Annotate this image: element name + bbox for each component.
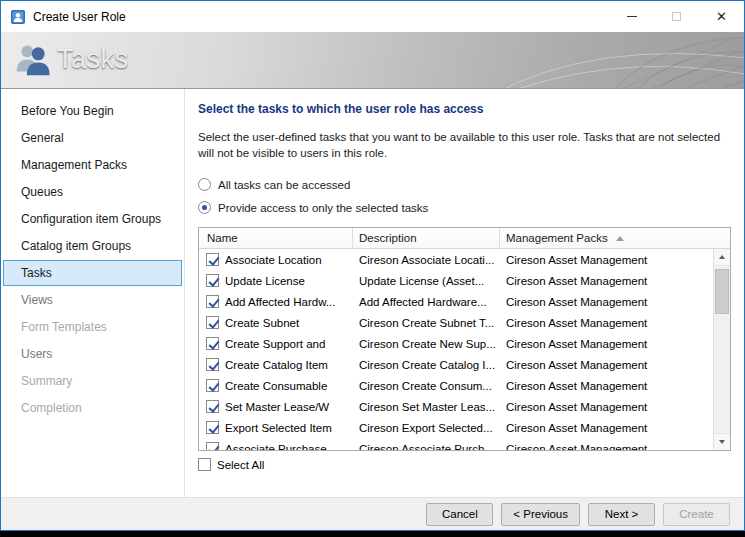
radio-button[interactable] xyxy=(198,201,211,214)
sidebar-item-queues[interactable]: Queues xyxy=(3,179,182,205)
column-header-description[interactable]: Description xyxy=(353,228,500,248)
table-row[interactable]: Set Master Lease/WCireson Set Master Lea… xyxy=(199,396,713,417)
row-checkbox[interactable] xyxy=(206,316,219,329)
row-checkbox[interactable] xyxy=(206,295,219,308)
sidebar-item-management-packs[interactable]: Management Packs xyxy=(3,152,182,178)
column-header-name[interactable]: Name xyxy=(199,228,353,248)
table-row[interactable]: Create ConsumableCireson Create Consum..… xyxy=(199,375,713,396)
sort-ascending-icon xyxy=(616,236,624,241)
table-row[interactable]: Add Affected Hardw...Add Affected Hardwa… xyxy=(199,291,713,312)
cell-management-pack: Cireson Asset Management xyxy=(500,401,713,413)
main-content: Select the tasks to which the user role … xyxy=(186,89,744,497)
cell-description: Update License (Asset... xyxy=(353,275,500,287)
cell-description: Cireson Create Subnet T... xyxy=(353,317,500,329)
cell-management-pack: Cireson Asset Management xyxy=(500,359,713,371)
cell-description: Add Affected Hardware... xyxy=(353,296,500,308)
cell-name: Create Consumable xyxy=(199,379,353,392)
cell-name: Create Catalog Item xyxy=(199,358,353,371)
create-button: Create xyxy=(663,503,730,526)
vertical-scrollbar[interactable] xyxy=(713,249,730,450)
task-name: Set Master Lease/W xyxy=(225,401,329,413)
sidebar-item-views: Views xyxy=(3,287,182,313)
column-header-management-packs[interactable]: Management Packs xyxy=(500,228,730,248)
task-table: Name Description Management Packs Associ… xyxy=(198,227,731,451)
table-row[interactable]: Create SubnetCireson Create Subnet T...C… xyxy=(199,312,713,333)
create-user-role-window: Create User Role ✕ xyxy=(0,0,745,531)
sidebar-item-catalog-item-groups[interactable]: Catalog item Groups xyxy=(3,233,182,259)
cell-management-pack: Cireson Asset Management xyxy=(500,380,713,392)
minimize-button[interactable] xyxy=(609,1,654,32)
table-row[interactable]: Export Selected ItemCireson Export Selec… xyxy=(199,417,713,438)
select-all-label: Select All xyxy=(217,459,264,471)
row-checkbox[interactable] xyxy=(206,358,219,371)
titlebar: Create User Role ✕ xyxy=(1,1,744,32)
table-row[interactable]: Associate Purchase...Cireson Associate P… xyxy=(199,438,713,450)
scroll-up-button[interactable] xyxy=(714,249,730,266)
task-name: Associate Purchase... xyxy=(225,443,336,451)
table-header: Name Description Management Packs xyxy=(199,228,730,249)
sidebar-item-general[interactable]: General xyxy=(3,125,182,151)
table-row[interactable]: Associate LocationCireson Associate Loca… xyxy=(199,249,713,270)
task-name: Create Support and xyxy=(225,338,325,350)
close-button[interactable]: ✕ xyxy=(699,1,744,32)
page-title: Tasks xyxy=(57,44,129,75)
wizard-banner: Tasks xyxy=(1,32,744,89)
maximize-button xyxy=(654,1,699,32)
cell-name: Set Master Lease/W xyxy=(199,400,353,413)
sidebar-item-before-you-begin[interactable]: Before You Begin xyxy=(3,98,182,124)
minimize-icon xyxy=(627,16,637,17)
footer: Cancel< PreviousNext >Create xyxy=(1,497,744,530)
cell-name: Associate Location xyxy=(199,253,353,266)
cell-name: Update License xyxy=(199,274,353,287)
row-checkbox[interactable] xyxy=(206,421,219,434)
sidebar-item-completion: Completion xyxy=(3,395,182,421)
sidebar-item-tasks[interactable]: Tasks xyxy=(3,260,182,286)
table-row[interactable]: Create Catalog ItemCireson Create Catalo… xyxy=(199,354,713,375)
previous-button[interactable]: < Previous xyxy=(501,503,580,526)
radio-label: Provide access to only the selected task… xyxy=(218,202,428,214)
task-name: Associate Location xyxy=(225,254,322,266)
cell-name: Associate Purchase... xyxy=(199,442,353,450)
cell-description: Cireson Create Catalog I... xyxy=(353,359,500,371)
cell-description: Cireson Export Selected... xyxy=(353,422,500,434)
column-header-label: Management Packs xyxy=(506,232,608,244)
cell-management-pack: Cireson Asset Management xyxy=(500,443,713,451)
globe-mesh-decoration xyxy=(484,32,744,89)
row-checkbox[interactable] xyxy=(206,379,219,392)
cell-management-pack: Cireson Asset Management xyxy=(500,254,713,266)
app-icon xyxy=(10,9,26,25)
sidebar-item-configuration-item-groups[interactable]: Configuration item Groups xyxy=(3,206,182,232)
cell-name: Create Subnet xyxy=(199,316,353,329)
task-name: Add Affected Hardw... xyxy=(225,296,335,308)
section-description: Select the user-defined tasks that you w… xyxy=(198,129,722,161)
cancel-button[interactable]: Cancel xyxy=(426,503,493,526)
radio-option-provide-access-to-only-the-selected-tasks[interactable]: Provide access to only the selected task… xyxy=(198,200,730,215)
task-name: Update License xyxy=(225,275,305,287)
row-checkbox[interactable] xyxy=(206,442,219,450)
task-name: Create Consumable xyxy=(225,380,327,392)
row-checkbox[interactable] xyxy=(206,274,219,287)
table-row[interactable]: Create Support andCireson Create New Sup… xyxy=(199,333,713,354)
radio-option-all-tasks-can-be-accessed[interactable]: All tasks can be accessed xyxy=(198,177,730,192)
table-row[interactable]: Update LicenseUpdate License (Asset...Ci… xyxy=(199,270,713,291)
select-all-checkbox[interactable] xyxy=(198,458,211,471)
cell-description: Cireson Associate Locati... xyxy=(353,254,500,266)
next-button[interactable]: Next > xyxy=(588,503,655,526)
row-checkbox[interactable] xyxy=(206,337,219,350)
select-all-row[interactable]: Select All xyxy=(198,458,730,471)
radio-button[interactable] xyxy=(198,178,211,191)
row-checkbox[interactable] xyxy=(206,253,219,266)
close-icon: ✕ xyxy=(716,10,727,23)
column-header-label: Description xyxy=(359,232,417,244)
sidebar-nav: Before You BeginGeneralManagement PacksQ… xyxy=(1,89,185,497)
row-checkbox[interactable] xyxy=(206,400,219,413)
task-table-body: Associate LocationCireson Associate Loca… xyxy=(199,249,713,450)
radio-label: All tasks can be accessed xyxy=(218,179,350,191)
cell-management-pack: Cireson Asset Management xyxy=(500,338,713,350)
cell-description: Cireson Set Master Leas... xyxy=(353,401,500,413)
column-header-label: Name xyxy=(207,232,238,244)
scroll-down-button[interactable] xyxy=(714,433,730,450)
scroll-down-icon xyxy=(719,440,725,444)
footer-buttons: Cancel< PreviousNext >Create xyxy=(1,498,744,530)
scrollbar-thumb[interactable] xyxy=(715,269,729,314)
